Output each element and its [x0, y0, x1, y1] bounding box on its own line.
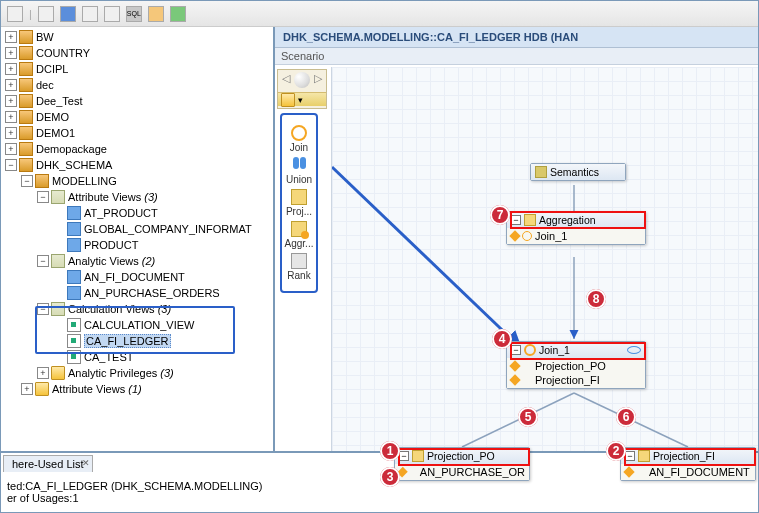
tb-db-icon[interactable] [60, 6, 76, 22]
expand-icon[interactable]: + [5, 47, 17, 59]
tree-item-label: AN_FI_DOCUMENT [84, 271, 185, 283]
tree-item-label: Calculation Views (3) [68, 303, 171, 315]
spacer [53, 271, 65, 283]
scenario-canvas[interactable]: Semantics −Aggregation Join_1 −Join_1 Pr… [331, 67, 758, 451]
tree-item[interactable]: PRODUCT [5, 237, 271, 253]
tree-item-label: AT_PRODUCT [84, 207, 158, 219]
tree-item[interactable]: −Calculation Views (3) [5, 301, 271, 317]
diamond-icon [509, 360, 520, 371]
close-icon[interactable]: ✕ [82, 458, 90, 468]
tree-item-label: GLOBAL_COMPANY_INFORMAT [84, 223, 252, 235]
tree-item[interactable]: AN_FI_DOCUMENT [5, 269, 271, 285]
tree-item[interactable]: +COUNTRY [5, 45, 271, 61]
tree-item[interactable]: CA_TEST [5, 349, 271, 365]
pkg-icon [19, 126, 33, 140]
proj-fi-source[interactable]: AN_FI_DOCUMENT [625, 465, 751, 479]
palette-rank[interactable]: Rank [284, 253, 314, 281]
tree-item[interactable]: +DEMO1 [5, 125, 271, 141]
expand-icon[interactable]: − [21, 175, 33, 187]
expand-icon[interactable]: + [5, 63, 17, 75]
cv-icon [67, 350, 81, 364]
where-used-count: er of Usages:1 [7, 492, 752, 504]
expand-icon[interactable]: + [5, 79, 17, 91]
diamond-icon [623, 466, 634, 477]
palette-back-icon[interactable]: ◁ [282, 72, 290, 88]
tree-item[interactable]: CA_FI_LEDGER [5, 333, 271, 349]
expand-icon[interactable]: + [5, 143, 17, 155]
tree-item[interactable]: +BW [5, 29, 271, 45]
expand-icon[interactable]: + [21, 383, 33, 395]
tree-item[interactable]: −DHK_SCHEMA [5, 157, 271, 173]
tree-item-label: DEMO [36, 111, 69, 123]
node-semantics[interactable]: Semantics [530, 163, 626, 181]
analytic-view-icon [636, 467, 646, 477]
projection-small-icon [522, 375, 532, 385]
tree-item-label: Attribute Views (1) [52, 383, 142, 395]
proj-po-source[interactable]: AN_PURCHASE_OR [399, 465, 525, 479]
join-child-po[interactable]: Projection_PO [511, 359, 641, 373]
expand-icon[interactable]: + [5, 127, 17, 139]
tree-item-label: Dee_Test [36, 95, 82, 107]
tb-tag-icon[interactable] [170, 6, 186, 22]
tree-item-label: MODELLING [52, 175, 117, 187]
tree-item[interactable]: −Attribute Views (3) [5, 189, 271, 205]
pkg-icon [19, 110, 33, 124]
tb-copy-icon[interactable] [148, 6, 164, 22]
badge-6: 6 [616, 407, 636, 427]
av-icon [67, 206, 81, 220]
tb-down-icon[interactable] [104, 6, 120, 22]
tree-item[interactable]: +Dee_Test [5, 93, 271, 109]
join-child-fi[interactable]: Projection_FI [511, 373, 641, 387]
expand-icon[interactable]: + [5, 111, 17, 123]
aggregation-icon [291, 221, 307, 237]
palette-union[interactable]: Union [284, 157, 314, 185]
folder-icon [281, 93, 295, 107]
expand-icon[interactable]: − [5, 159, 17, 171]
av-icon [67, 238, 81, 252]
expand-icon[interactable]: − [37, 191, 49, 203]
tb-new-icon[interactable] [7, 6, 23, 22]
tree-item[interactable]: +DEMO [5, 109, 271, 125]
tree-item[interactable]: GLOBAL_COMPANY_INFORMAT [5, 221, 271, 237]
expand-icon[interactable]: + [37, 367, 49, 379]
tb-nav-icon[interactable] [38, 6, 54, 22]
tree-item[interactable]: +Attribute Views (1) [5, 381, 271, 397]
package-tree[interactable]: +BW+COUNTRY+DCIPL+dec+Dee_Test+DEMO+DEMO… [1, 27, 273, 451]
highlight-proj-po [398, 448, 530, 466]
palette-fwd-icon[interactable]: ▷ [314, 72, 322, 88]
where-used-tab[interactable]: here-Used List ✕ [3, 455, 93, 472]
tree-item[interactable]: −Analytic Views (2) [5, 253, 271, 269]
tb-tune-icon[interactable] [82, 6, 98, 22]
expand-icon[interactable]: + [5, 31, 17, 43]
palette-dot-icon[interactable] [294, 72, 310, 88]
badge-7: 7 [490, 205, 510, 225]
av-icon [67, 286, 81, 300]
tb-sql-icon[interactable]: SQL [126, 6, 142, 22]
expand-icon[interactable]: − [37, 303, 49, 315]
tree-item[interactable]: AT_PRODUCT [5, 205, 271, 221]
diamond-icon [509, 374, 520, 385]
palette-header: ◁▷ ▾ [277, 69, 327, 109]
highlight-join [510, 342, 646, 360]
editor-pane: DHK_SCHEMA.MODELLING::CA_FI_LEDGER HDB (… [275, 27, 758, 451]
spacer [53, 223, 65, 235]
tree-item[interactable]: −MODELLING [5, 173, 271, 189]
fld-icon [51, 366, 65, 380]
navigator-pane: +BW+COUNTRY+DCIPL+dec+Dee_Test+DEMO+DEMO… [1, 27, 275, 451]
main-toolbar: | SQL [1, 1, 758, 27]
palette-projection[interactable]: Proj... [284, 189, 314, 217]
aggregation-child[interactable]: Join_1 [511, 229, 641, 243]
tree-item[interactable]: +dec [5, 77, 271, 93]
expand-icon[interactable]: + [5, 95, 17, 107]
tree-item-label: Attribute Views (3) [68, 191, 158, 203]
tree-item[interactable]: +DCIPL [5, 61, 271, 77]
tree-item[interactable]: CALCULATION_VIEW [5, 317, 271, 333]
palette-join[interactable]: Join [284, 125, 314, 153]
tree-item[interactable]: +Demopackage [5, 141, 271, 157]
tree-item[interactable]: +Analytic Privileges (3) [5, 365, 271, 381]
pkg-icon [19, 142, 33, 156]
palette-aggregation[interactable]: Aggr... [284, 221, 314, 249]
expand-icon[interactable]: − [37, 255, 49, 267]
spacer [53, 207, 65, 219]
tree-item[interactable]: AN_PURCHASE_ORDERS [5, 285, 271, 301]
